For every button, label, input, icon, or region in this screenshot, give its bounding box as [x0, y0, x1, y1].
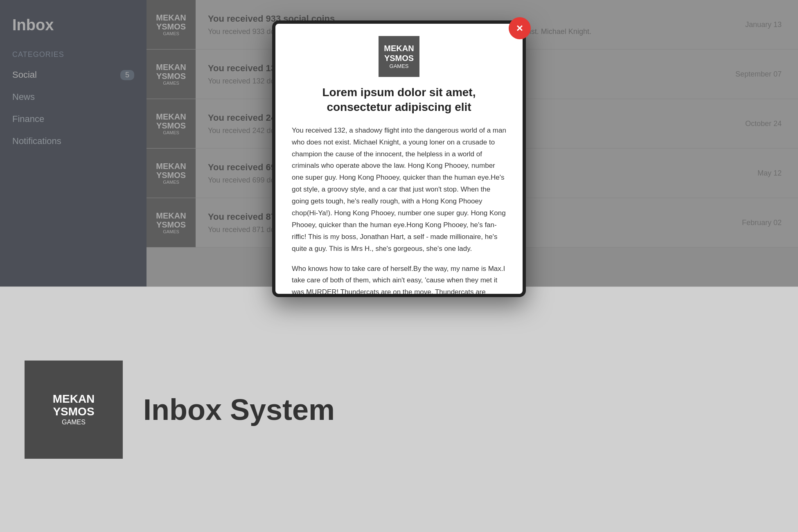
- bottom-title: Inbox System: [143, 393, 335, 426]
- modal-scroll-area[interactable]: MEKAN YSMOS GAMES Lorem ipsum dolor sit …: [275, 24, 523, 294]
- modal-body-paragraph2: Who knows how to take care of herself.By…: [292, 263, 506, 294]
- modal-logo: MEKAN YSMOS GAMES: [292, 36, 506, 77]
- bottom-section: MEKAN YSMOS GAMES Inbox System: [0, 286, 798, 532]
- modal-body-paragraph1: You received 132, a shadowy flight into …: [292, 125, 506, 255]
- modal-brand-logo: MEKAN YSMOS GAMES: [379, 36, 419, 77]
- modal-title: Lorem ipsum dolor sit amet, consectetur …: [292, 85, 506, 115]
- message-modal: MEKAN YSMOS GAMES Lorem ipsum dolor sit …: [272, 20, 526, 297]
- bottom-brand-logo: MEKAN YSMOS GAMES: [25, 361, 123, 459]
- modal-close-button[interactable]: ×: [509, 17, 531, 39]
